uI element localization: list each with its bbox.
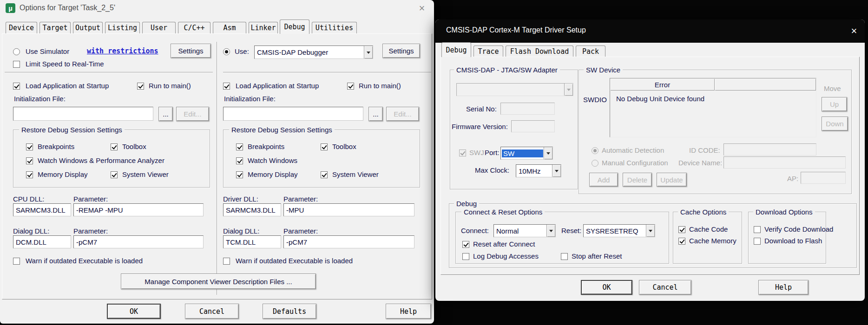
driver-param-input[interactable]: -MPU [283, 203, 414, 216]
sim-memory-label[interactable]: Memory Display [38, 170, 88, 179]
tab-flash-download[interactable]: Flash Download [506, 46, 573, 57]
use-simulator-radio[interactable] [13, 48, 20, 55]
sim-watch-checkbox[interactable] [26, 157, 33, 164]
sim-sysviewer-label[interactable]: System Viewer [122, 170, 169, 179]
move-up-button[interactable]: Up [822, 97, 847, 111]
sim-run-main-label[interactable]: Run to main() [149, 82, 191, 90]
sim-warn-label[interactable]: Warn if outdated Executable is loaded [26, 257, 143, 265]
chevron-down-icon[interactable] [646, 225, 655, 237]
drv-watch-checkbox[interactable] [236, 157, 243, 164]
close-icon[interactable]: × [847, 25, 861, 38]
sim-breakpoints-checkbox[interactable] [26, 143, 33, 150]
drv-toolbox-checkbox[interactable] [321, 143, 328, 150]
drv-sysviewer-label[interactable]: System Viewer [332, 170, 379, 179]
stop-after-reset-checkbox[interactable] [561, 253, 568, 260]
use-debugger-radio[interactable] [223, 48, 230, 55]
sim-memory-checkbox[interactable] [26, 171, 33, 178]
sim-warn-checkbox[interactable] [13, 258, 20, 265]
tab-output[interactable]: Output [73, 22, 103, 33]
verify-code-download-checkbox[interactable] [754, 226, 761, 233]
sim-init-file-input[interactable] [13, 107, 153, 121]
drv-dialog-dll-input[interactable]: TCM.DLL [223, 235, 281, 248]
drv-breakpoints-checkbox[interactable] [236, 143, 243, 150]
sim-watch-label[interactable]: Watch Windows & Performance Analyzer [38, 156, 164, 165]
chevron-down-icon[interactable] [544, 147, 552, 159]
sim-sysviewer-checkbox[interactable] [111, 171, 118, 178]
limit-speed-checkbox[interactable] [13, 61, 20, 68]
log-debug-accesses-checkbox[interactable] [462, 253, 469, 260]
drv-run-main-label[interactable]: Run to main() [359, 82, 401, 90]
tab-target[interactable]: Target [39, 22, 71, 33]
tab-linker[interactable]: Linker [249, 22, 278, 33]
cpu-param-input[interactable]: -REMAP -MPU [73, 203, 204, 216]
defaults-button[interactable]: Defaults [263, 304, 316, 319]
ok-button[interactable]: OK [581, 280, 632, 295]
drv-browse-button[interactable]: ... [368, 107, 383, 121]
tab-c-cpp[interactable]: C/C++ [178, 22, 210, 33]
use-debugger-label[interactable]: Use: [235, 47, 249, 56]
sim-run-main-checkbox[interactable] [137, 83, 144, 90]
drv-toolbox-label[interactable]: Toolbox [332, 143, 356, 151]
log-debug-accesses-label[interactable]: Log Debug Accesses [473, 252, 539, 260]
add-button[interactable]: Add [589, 173, 618, 187]
options-dialog-titlebar[interactable]: µ Options for Target 'Task_2_5' × [0, 0, 434, 17]
stop-after-reset-label[interactable]: Stop after Reset [572, 252, 622, 260]
error-column-header[interactable]: Error [610, 78, 715, 91]
tab-asm[interactable]: Asm [213, 22, 246, 33]
reset-select[interactable]: SYSRESETREQ [583, 224, 655, 237]
cache-code-label[interactable]: Cache Code [689, 225, 728, 234]
sim-dialog-param-input[interactable]: -pCM7 [73, 235, 204, 248]
driver-dialog-titlebar[interactable]: CMSIS-DAP Cortex-M Target Driver Setup × [435, 20, 865, 43]
cancel-button[interactable]: Cancel [639, 280, 691, 295]
tab-listing[interactable]: Listing [105, 22, 140, 33]
tab-user[interactable]: User [142, 22, 176, 33]
drv-load-app-checkbox[interactable] [223, 83, 230, 90]
use-simulator-label[interactable]: Use Simulator [26, 47, 69, 56]
ok-button[interactable]: OK [107, 304, 161, 319]
drv-breakpoints-label[interactable]: Breakpoints [248, 143, 284, 151]
update-button[interactable]: Update [657, 173, 687, 187]
sim-breakpoints-label[interactable]: Breakpoints [38, 143, 74, 151]
close-icon[interactable]: × [415, 2, 428, 14]
sim-toolbox-checkbox[interactable] [111, 143, 118, 150]
delete-button[interactable]: Delete [623, 173, 652, 187]
drv-load-app-label[interactable]: Load Application at Startup [236, 82, 319, 90]
tab-debug[interactable]: Debug [280, 20, 309, 34]
chevron-down-icon[interactable] [552, 165, 561, 177]
sim-toolbox-label[interactable]: Toolbox [122, 143, 146, 151]
reset-after-connect-checkbox[interactable] [462, 241, 469, 248]
drv-run-main-checkbox[interactable] [347, 83, 354, 90]
port-select[interactable]: SW [500, 147, 553, 160]
drv-sysviewer-checkbox[interactable] [321, 171, 328, 178]
tab-trace[interactable]: Trace [473, 46, 503, 57]
debugger-settings-button[interactable]: Settings [382, 44, 420, 58]
table-row[interactable]: No Debug Unit Device found [610, 91, 816, 137]
reset-after-connect-label[interactable]: Reset after Connect [473, 240, 535, 248]
drv-warn-checkbox[interactable] [223, 258, 230, 265]
tab-device[interactable]: Device [6, 22, 37, 33]
drv-warn-label[interactable]: Warn if outdated Executable is loaded [236, 257, 353, 265]
tab-pack[interactable]: Pack [576, 46, 605, 57]
drv-memory-checkbox[interactable] [236, 171, 243, 178]
drv-watch-label[interactable]: Watch Windows [248, 156, 297, 165]
chevron-down-icon[interactable] [546, 225, 555, 237]
drv-init-file-input[interactable] [223, 107, 363, 121]
help-button[interactable]: Help [758, 280, 809, 295]
move-down-button[interactable]: Down [822, 117, 848, 131]
sim-load-app-checkbox[interactable] [13, 83, 20, 90]
blank-column-header[interactable] [715, 78, 816, 91]
tab-utilities[interactable]: Utilities [312, 22, 357, 33]
drv-memory-label[interactable]: Memory Display [248, 170, 298, 179]
cache-memory-checkbox[interactable] [678, 238, 685, 245]
manage-component-viewer-button[interactable]: Manage Component Viewer Description File… [121, 273, 316, 289]
sim-edit-button[interactable]: Edit... [176, 107, 209, 121]
debugger-driver-select[interactable]: CMSIS-DAP Debugger [254, 46, 373, 59]
download-to-flash-checkbox[interactable] [754, 238, 761, 245]
cancel-button[interactable]: Cancel [185, 304, 239, 319]
with-restrictions-link[interactable]: with restrictions [87, 47, 158, 55]
download-to-flash-label[interactable]: Download to Flash [764, 237, 822, 245]
sim-dialog-dll-input[interactable]: DCM.DLL [13, 235, 71, 248]
sim-load-app-label[interactable]: Load Application at Startup [26, 82, 109, 90]
help-button[interactable]: Help [386, 304, 431, 319]
simulator-settings-button[interactable]: Settings [171, 44, 211, 58]
